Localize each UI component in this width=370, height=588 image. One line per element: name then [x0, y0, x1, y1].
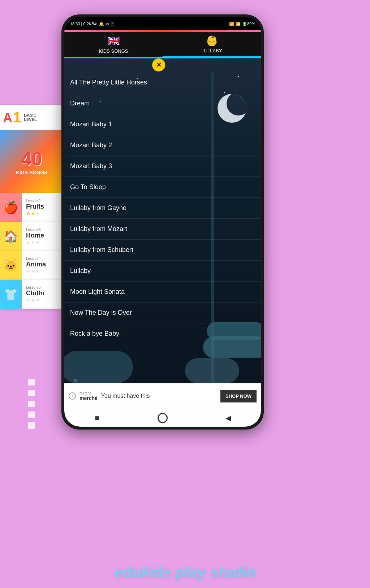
lesson-3-number: Lesson 3	[26, 228, 62, 232]
status-left: 18:33 | 0,2KB/d 🔔 ✉ 📱	[70, 22, 115, 26]
song-item-3[interactable]: Mozart Baby 1.	[64, 114, 261, 135]
a1-level-label: LEVEL	[24, 117, 36, 122]
lesson-4-icon: 🐱	[0, 251, 22, 280]
song-list-container[interactable]: All The Pretty Little Horses Dream Mozar…	[64, 72, 261, 383]
song-item-10[interactable]: Lullaby	[64, 261, 261, 282]
nav-home-button[interactable]	[157, 412, 168, 424]
ad-logo-area: merche merché	[79, 391, 98, 401]
tab-kids-songs-label: KIDS SONGS	[99, 48, 128, 54]
song-title-11: Moon Light Sonata	[70, 288, 125, 296]
lesson-5-name: Clothi	[26, 289, 62, 297]
page-dot-5[interactable]	[28, 422, 35, 429]
cloud-4	[185, 358, 239, 383]
lesson-card-2[interactable]: 🍎 Lesson 2 Fruits ★★★	[0, 193, 63, 222]
lesson-2-name: Fruits	[26, 203, 62, 210]
song-item-1[interactable]: All The Pretty Little Horses	[64, 72, 261, 93]
song-item-2[interactable]: Dream	[64, 93, 261, 114]
notification-icon: 🔔	[99, 22, 104, 26]
song-item-13[interactable]: Rock a bye Baby	[64, 323, 261, 344]
song-title-9: Lullaby from Schubert	[70, 246, 133, 254]
song-title-4: Mozart Baby 2	[70, 141, 112, 149]
brand-text: edukids play studio	[114, 563, 256, 581]
kids-songs-subtitle: KIDS SONGS	[16, 170, 48, 175]
song-title-3: Mozart Baby 1.	[70, 121, 114, 128]
phone-frame: 18:33 | 0,2KB/d 🔔 ✉ 📱 📶 📶 🔋89% 🇬🇧 KIDS S…	[61, 14, 264, 430]
page-dot-3[interactable]	[28, 401, 35, 407]
tab-lullaby-label: LULLABY	[201, 48, 222, 53]
song-title-8: Lullaby from Mozart	[70, 225, 127, 233]
lesson-4-number: Lesson 4	[26, 257, 62, 261]
page-indicator	[28, 379, 35, 429]
song-item-12[interactable]: Now The Day is Over	[64, 302, 261, 323]
kids-songs-flag-icon: 🇬🇧	[107, 35, 120, 47]
page-dot-2[interactable]	[28, 390, 35, 396]
a1-badge-1: 1	[13, 109, 21, 126]
lullaby-baby-icon: 👶	[206, 35, 218, 47]
song-item-4[interactable]: Mozart Baby 2	[64, 135, 261, 156]
kids-songs-banner[interactable]: 40 KIDS SONGS	[0, 130, 63, 193]
song-item-5[interactable]: Mozart Baby 3	[64, 156, 261, 177]
tab-lullaby[interactable]: 👶 LULLABY	[163, 32, 261, 57]
ad-info-icon[interactable]: i	[69, 392, 76, 400]
a1-badge-a: A	[3, 110, 12, 126]
song-item-8[interactable]: Lullaby from Mozart	[64, 219, 261, 240]
status-right: 📶 📶 🔋89%	[229, 22, 255, 26]
lesson-2-number: Lesson 2	[26, 199, 62, 203]
song-item-6[interactable]: Go To Sleep	[64, 177, 261, 198]
nav-back-button[interactable]: ◀	[222, 412, 234, 424]
ad-brand-name: merché	[79, 395, 98, 401]
a1-level-card[interactable]: A 1 BASIC LEVEL	[0, 105, 63, 130]
bottom-nav: ■ ◀	[64, 409, 261, 427]
status-bar: 18:33 | 0,2KB/d 🔔 ✉ 📱 📶 📶 🔋89%	[64, 17, 261, 30]
lesson-card-5[interactable]: 👕 Lesson 5 Clothi ★★★	[0, 280, 63, 309]
song-list: All The Pretty Little Horses Dream Mozar…	[64, 72, 261, 344]
nav-square-button[interactable]: ■	[91, 412, 103, 424]
lesson-5-icon: 👕	[0, 280, 22, 309]
lesson-3-name: Home	[26, 232, 62, 239]
song-title-13: Rock a bye Baby	[70, 330, 119, 337]
page-dot-4[interactable]	[28, 411, 35, 418]
lesson-4-stars: ★★★	[26, 268, 62, 274]
tab-bar: 🇬🇧 KIDS SONGS 👶 LULLABY	[64, 32, 261, 58]
song-title-10: Lullaby	[70, 267, 91, 275]
kids-songs-number: 40	[16, 148, 48, 170]
song-title-2: Dream	[70, 100, 90, 107]
lesson-card-4[interactable]: 🐱 Lesson 4 Anima ★★★	[0, 251, 63, 280]
shop-now-button[interactable]: SHOP NOW	[220, 390, 257, 402]
song-title-6: Go To Sleep	[70, 183, 106, 191]
ad-banner: i merche merché You must have this SHOP …	[64, 383, 261, 409]
a1-basic-label: BASIC	[24, 113, 36, 117]
song-title-7: Lullaby from Gayne	[70, 204, 126, 212]
phone-inner: 18:33 | 0,2KB/d 🔔 ✉ 📱 📶 📶 🔋89% 🇬🇧 KIDS S…	[64, 17, 261, 427]
lesson-2-icon: 🍎	[0, 193, 22, 222]
song-title-12: Now The Day is Over	[70, 309, 132, 317]
song-title-1: All The Pretty Little Horses	[70, 79, 147, 86]
wifi-icon: 📶	[236, 22, 241, 26]
lesson-5-stars: ★★★	[26, 297, 62, 303]
tab-kids-songs[interactable]: 🇬🇧 KIDS SONGS	[64, 32, 163, 57]
message-icon: ✉	[106, 22, 109, 26]
ad-text: You must have this	[101, 393, 217, 399]
song-item-9[interactable]: Lullaby from Schubert	[64, 240, 261, 261]
lesson-3-icon: 🏠	[0, 222, 22, 251]
page-dot-1[interactable]	[28, 379, 35, 386]
lesson-3-stars: ★★★	[26, 239, 62, 245]
song-title-5: Mozart Baby 3	[70, 162, 112, 170]
battery-indicator: 🔋89%	[242, 22, 255, 26]
signal-icon: 📶	[229, 22, 234, 26]
ad-close-button[interactable]: ✕	[73, 378, 77, 383]
song-item-7[interactable]: Lullaby from Gayne	[64, 198, 261, 219]
lesson-2-stars: ★★★	[26, 210, 62, 216]
lesson-card-3[interactable]: 🏠 Lesson 3 Home ★★★	[0, 222, 63, 251]
lesson-4-name: Anima	[26, 261, 62, 268]
song-item-11[interactable]: Moon Light Sonata	[64, 282, 261, 302]
close-button[interactable]: ✕	[152, 58, 165, 71]
whatsapp-icon: 📱	[110, 22, 115, 26]
scroll-indicator: ✕	[64, 58, 261, 72]
ad-brand-label: merche	[79, 391, 98, 395]
status-time: 18:33 | 0,2KB/d	[70, 22, 98, 26]
lesson-5-number: Lesson 5	[26, 286, 62, 289]
